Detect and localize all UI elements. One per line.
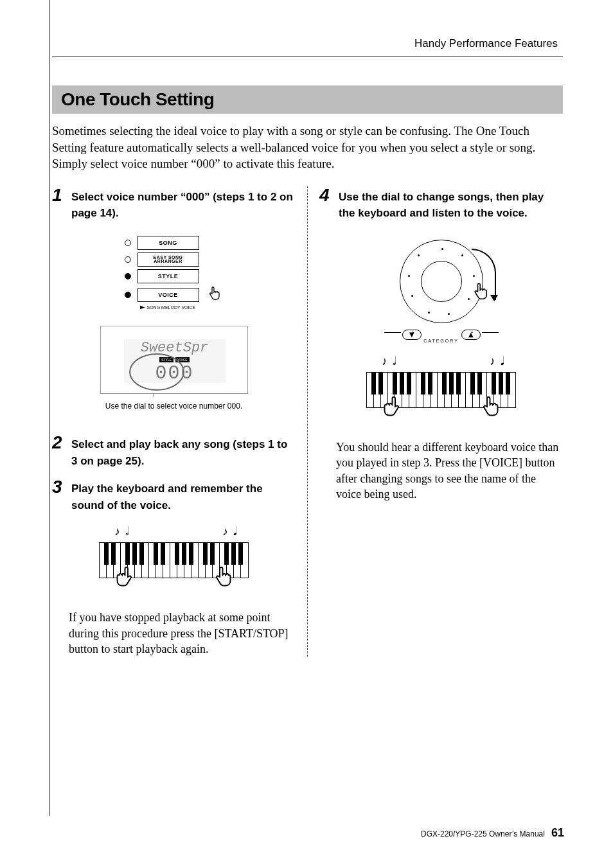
keyboard-icon	[99, 542, 249, 578]
page-footer: DGX-220/YPG-225 Owner’s Manual 61	[421, 826, 564, 840]
category-label: CATEGORY	[319, 339, 563, 343]
step-number-2: 2	[52, 434, 66, 469]
step-number-3: 3	[52, 478, 66, 513]
dial-figure: ▼̂ ▲̂ CATEGORY	[319, 233, 563, 343]
keyboard-figure-right: ♪𝅗𝅥 ♪𝅘𝅥	[319, 355, 563, 410]
panel-figure: SONG EASY SONGARRANGER STYLE VOICE SONG …	[52, 233, 296, 411]
step-text-4: Use the dial to change songs, then play …	[339, 189, 563, 222]
col2-paragraph: You should hear a different keyboard voi…	[336, 439, 563, 502]
song-melody-voice-label: SONG MELODY VOICE	[140, 305, 224, 310]
music-notes-icon: ♪𝅗𝅥	[382, 355, 393, 368]
section-title: One Touch Setting	[52, 85, 563, 114]
press-hand-icon	[208, 286, 224, 304]
keyboard-icon	[366, 372, 516, 408]
figure-caption: Use the dial to select voice number 000.	[52, 402, 296, 411]
step-number-1: 1	[52, 186, 66, 222]
manual-title: DGX-220/YPG-225 Owner’s Manual	[421, 829, 545, 838]
dial-hand-icon	[473, 282, 492, 304]
step-number-4: 4	[319, 186, 333, 222]
col1-paragraph: If you have stopped playback at some poi…	[69, 610, 296, 657]
category-prev-button: ▼̂	[402, 330, 422, 340]
intro-paragraph: Sometimes selecting the ideal voice to p…	[52, 123, 563, 172]
step-text-3: Play the keyboard and remember the sound…	[71, 481, 296, 513]
lcd-display: SweetSpr STYLE VOICE 000	[100, 326, 248, 394]
chapter-header: Handy Performance Features	[52, 0, 563, 57]
keyboard-figure-left: ♪𝅗𝅥 ♪𝅘𝅥	[52, 525, 296, 580]
music-notes-icon: ♪𝅗𝅥	[114, 525, 125, 538]
flag-icon	[140, 305, 145, 309]
page-number: 61	[551, 826, 564, 840]
dial-icon	[400, 240, 483, 323]
music-notes-icon: ♪𝅘𝅥	[490, 355, 501, 368]
music-notes-icon: ♪𝅘𝅥	[222, 525, 233, 538]
column-divider	[307, 186, 308, 657]
step-text-2: Select and play back any song (steps 1 t…	[71, 436, 296, 469]
voice-button: VOICE	[138, 288, 199, 302]
step-text-1: Select voice number “000” (steps 1 to 2 …	[71, 189, 296, 222]
style-button: STYLE	[138, 269, 199, 283]
song-button: SONG	[138, 236, 199, 250]
category-next-button: ▲̂	[461, 330, 481, 340]
easy-song-arranger-button: EASY SONGARRANGER	[138, 252, 199, 267]
lcd-highlight-circle	[129, 353, 184, 391]
